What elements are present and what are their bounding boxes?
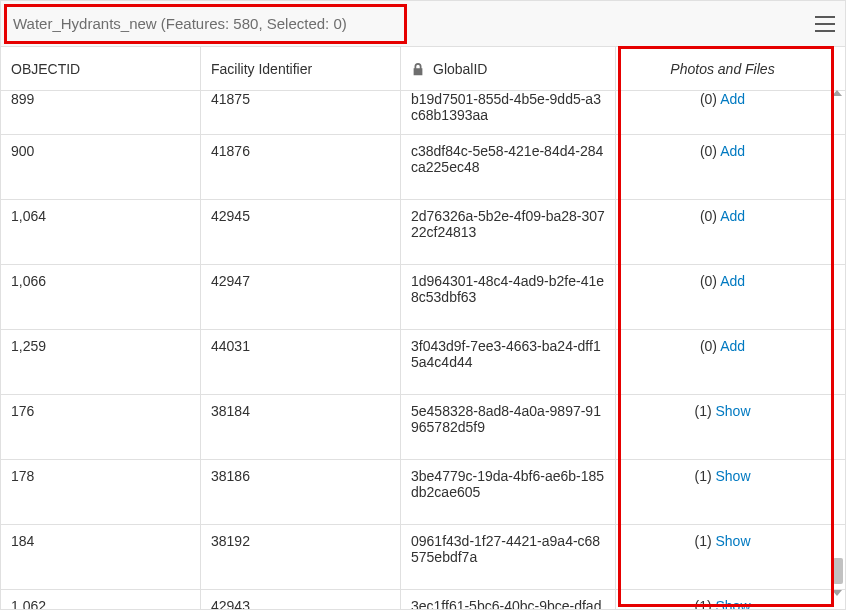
column-header-globalid[interactable]: GlobalID (401, 47, 616, 90)
table-row[interactable]: 1,062429433ec1ff61-5bc6-40bc-9bce-dfad19… (1, 590, 845, 609)
scroll-down-icon[interactable] (832, 590, 842, 596)
table-row[interactable]: 90041876c38df84c-5e58-421e-84d4-284ca225… (1, 135, 845, 200)
scroll-up-icon[interactable] (832, 90, 842, 96)
table-row[interactable]: 1,259440313f043d9f-7ee3-4663-ba24-dff15a… (1, 330, 845, 395)
cell-facility: 42943 (201, 590, 401, 609)
cell-photos: (1) Show (616, 525, 829, 589)
cell-photos: (0) Add (616, 265, 829, 329)
attachment-count: (1) (694, 403, 711, 419)
add-attachment-link[interactable]: Add (720, 143, 745, 159)
attachment-count: (0) (700, 273, 717, 289)
attachment-count: (0) (700, 143, 717, 159)
attribute-table-panel: Water_Hydrants_new (Features: 580, Selec… (0, 0, 846, 610)
cell-globalid: b19d7501-855d-4b5e-9dd5-a3c68b1393aa (401, 91, 616, 134)
cell-photos: (1) Show (616, 590, 829, 609)
menu-icon[interactable] (815, 16, 835, 32)
cell-objectid: 1,066 (1, 265, 201, 329)
attachment-count: (0) (700, 91, 717, 107)
show-attachment-link[interactable]: Show (715, 403, 750, 419)
cell-facility: 38186 (201, 460, 401, 524)
column-label: GlobalID (433, 61, 487, 77)
add-attachment-link[interactable]: Add (720, 208, 745, 224)
table-row[interactable]: 1,064429452d76326a-5b2e-4f09-ba28-30722c… (1, 200, 845, 265)
cell-photos: (0) Add (616, 200, 829, 264)
attachment-count: (1) (694, 533, 711, 549)
cell-facility: 41875 (201, 91, 401, 134)
table-row[interactable]: 184381920961f43d-1f27-4421-a9a4-c68575eb… (1, 525, 845, 590)
cell-globalid: 5e458328-8ad8-4a0a-9897-91965782d5f9 (401, 395, 616, 459)
cell-facility: 42945 (201, 200, 401, 264)
scrollbar-thumb[interactable] (833, 558, 843, 584)
cell-facility: 41876 (201, 135, 401, 199)
add-attachment-link[interactable]: Add (720, 273, 745, 289)
cell-facility: 42947 (201, 265, 401, 329)
table-row[interactable]: 178381863be4779c-19da-4bf6-ae6b-185db2ca… (1, 460, 845, 525)
cell-photos: (1) Show (616, 395, 829, 459)
cell-objectid: 900 (1, 135, 201, 199)
cell-photos: (1) Show (616, 460, 829, 524)
attachment-count: (1) (694, 598, 711, 609)
attachment-count: (1) (694, 468, 711, 484)
cell-globalid: 1d964301-48c4-4ad9-b2fe-41e8c53dbf63 (401, 265, 616, 329)
table-row[interactable]: 176381845e458328-8ad8-4a0a-9897-91965782… (1, 395, 845, 460)
attachment-count: (0) (700, 338, 717, 354)
show-attachment-link[interactable]: Show (715, 533, 750, 549)
table-row[interactable]: 89941875b19d7501-855d-4b5e-9dd5-a3c68b13… (1, 91, 845, 135)
cell-objectid: 176 (1, 395, 201, 459)
show-attachment-link[interactable]: Show (715, 598, 750, 609)
table-body: 89941875b19d7501-855d-4b5e-9dd5-a3c68b13… (1, 91, 845, 609)
add-attachment-link[interactable]: Add (720, 338, 745, 354)
show-attachment-link[interactable]: Show (715, 468, 750, 484)
cell-facility: 38184 (201, 395, 401, 459)
column-label: OBJECTID (11, 61, 80, 77)
lock-icon (411, 62, 425, 76)
cell-globalid: 3ec1ff61-5bc6-40bc-9bce-dfad19834e40 (401, 590, 616, 609)
cell-objectid: 899 (1, 91, 201, 134)
add-attachment-link[interactable]: Add (720, 91, 745, 107)
cell-facility: 44031 (201, 330, 401, 394)
table-row[interactable]: 1,066429471d964301-48c4-4ad9-b2fe-41e8c5… (1, 265, 845, 330)
cell-objectid: 1,062 (1, 590, 201, 609)
column-header-photos[interactable]: Photos and Files (616, 47, 829, 90)
cell-globalid: 0961f43d-1f27-4421-a9a4-c68575ebdf7a (401, 525, 616, 589)
cell-objectid: 178 (1, 460, 201, 524)
cell-globalid: 3be4779c-19da-4bf6-ae6b-185db2cae605 (401, 460, 616, 524)
column-header-facility[interactable]: Facility Identifier (201, 47, 401, 90)
cell-facility: 38192 (201, 525, 401, 589)
cell-globalid: 3f043d9f-7ee3-4663-ba24-dff15a4c4d44 (401, 330, 616, 394)
cell-photos: (0) Add (616, 135, 829, 199)
cell-photos: (0) Add (616, 91, 829, 134)
attachment-count: (0) (700, 208, 717, 224)
table-title: Water_Hydrants_new (Features: 580, Selec… (13, 15, 347, 32)
cell-objectid: 184 (1, 525, 201, 589)
table-titlebar: Water_Hydrants_new (Features: 580, Selec… (1, 1, 845, 47)
scrollbar[interactable] (830, 90, 844, 596)
cell-objectid: 1,064 (1, 200, 201, 264)
cell-globalid: 2d76326a-5b2e-4f09-ba28-30722cf24813 (401, 200, 616, 264)
table-header-row: OBJECTID Facility Identifier GlobalID Ph… (1, 47, 845, 91)
column-label: Photos and Files (670, 61, 774, 77)
column-header-objectid[interactable]: OBJECTID (1, 47, 201, 90)
cell-globalid: c38df84c-5e58-421e-84d4-284ca225ec48 (401, 135, 616, 199)
cell-objectid: 1,259 (1, 330, 201, 394)
cell-photos: (0) Add (616, 330, 829, 394)
column-label: Facility Identifier (211, 61, 312, 77)
